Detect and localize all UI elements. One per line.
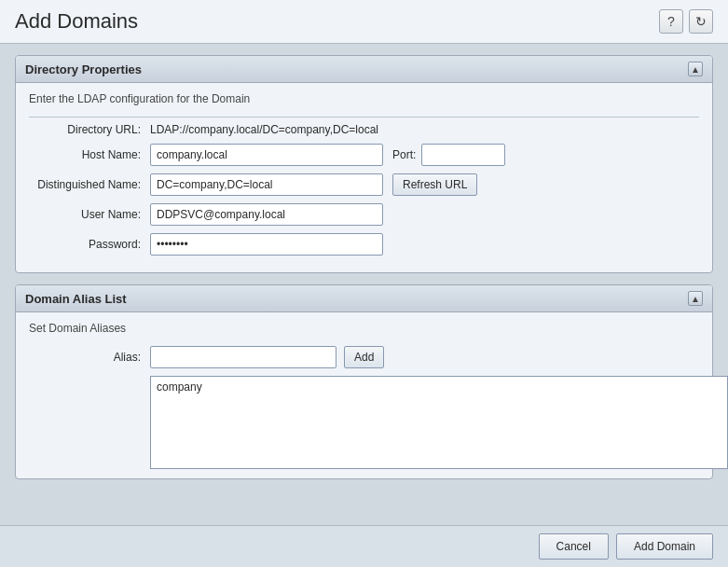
directory-panel-header: Directory Properties ▲ [16, 56, 712, 83]
dn-input[interactable] [150, 173, 383, 196]
directory-url-row: Directory URL: LDAP://company.local/DC=c… [29, 123, 699, 136]
dn-label: Distinguished Name: [29, 178, 150, 191]
add-domain-button[interactable]: Add Domain [616, 533, 713, 560]
hostname-label: Host Name: [29, 148, 150, 161]
port-row: Port: [392, 144, 505, 166]
main-content: Directory Properties ▲ Enter the LDAP co… [0, 44, 728, 525]
alias-input-row: Alias: Add [29, 346, 699, 368]
port-label: Port: [392, 148, 416, 161]
directory-panel-title: Directory Properties [25, 62, 142, 76]
hostname-port-group: Port: [150, 144, 505, 166]
page-header: Add Domains ? ↻ [0, 0, 728, 44]
directory-panel-body: Enter the LDAP configuration for the Dom… [16, 83, 712, 272]
directory-panel-description: Enter the LDAP configuration for the Dom… [29, 92, 699, 105]
password-row: Password: [29, 233, 699, 256]
hostname-input[interactable] [150, 144, 383, 166]
username-input[interactable] [150, 203, 383, 226]
alias-list-item: company [157, 380, 721, 394]
cancel-button[interactable]: Cancel [539, 533, 609, 560]
port-input[interactable] [421, 144, 505, 166]
directory-panel-collapse[interactable]: ▲ [688, 62, 703, 76]
dn-input-group: Refresh URL [150, 173, 477, 196]
page-title: Add Domains [15, 9, 138, 34]
username-row: User Name: [29, 203, 699, 226]
footer: Cancel Add Domain [0, 525, 728, 567]
alias-list: company [150, 376, 728, 469]
refresh-url-button[interactable]: Refresh URL [392, 173, 477, 196]
alias-panel-header: Domain Alias List ▲ [16, 285, 712, 312]
alias-panel-description: Set Domain Aliases [29, 322, 699, 335]
directory-properties-panel: Directory Properties ▲ Enter the LDAP co… [15, 55, 713, 273]
directory-url-label: Directory URL: [29, 123, 150, 136]
alias-label: Alias: [29, 351, 150, 364]
directory-url-value: LDAP://company.local/DC=company,DC=local [150, 123, 378, 136]
header-icons: ? ↻ [659, 9, 713, 34]
alias-input[interactable] [150, 346, 337, 368]
alias-panel-collapse[interactable]: ▲ [688, 291, 703, 306]
separator1 [29, 117, 699, 118]
alias-panel-body: Set Domain Aliases Alias: Add company [16, 312, 712, 478]
dn-row: Distinguished Name: Refresh URL [29, 173, 699, 196]
domain-alias-panel: Domain Alias List ▲ Set Domain Aliases A… [15, 284, 713, 479]
hostname-row: Host Name: Port: [29, 144, 699, 166]
password-input[interactable] [150, 233, 383, 256]
username-label: User Name: [29, 208, 150, 221]
refresh-button[interactable]: ↻ [689, 9, 713, 34]
alias-input-group: Add [150, 346, 384, 368]
alias-panel-title: Domain Alias List [25, 292, 127, 306]
help-button[interactable]: ? [659, 9, 683, 34]
add-alias-button[interactable]: Add [344, 346, 384, 368]
password-label: Password: [29, 238, 150, 251]
